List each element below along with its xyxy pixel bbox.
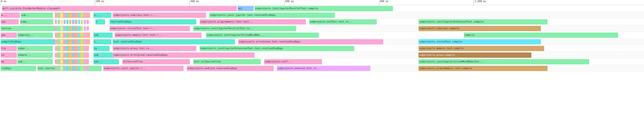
- timeline-block[interactable]: subprojects.junit-jupiter.test.resolvedI…: [209, 13, 335, 18]
- timeline-block[interactable]: subprojects.programmatic-test.compile: [418, 66, 547, 71]
- timeline-block[interactable]: subprojects.junitJupiterInlineMockMakerE…: [418, 59, 589, 64]
- timeline-block[interactable]: subprojects.memory-test.test.r...: [114, 33, 202, 38]
- timeline-block[interactable]: subprojects.programmatic-test.test...: [200, 19, 306, 25]
- timeline-tick: [86, 60, 89, 64]
- timeline-block[interactable]: allSourceFiles: [122, 59, 190, 64]
- timeline-tick: [75, 13, 77, 17]
- timeline-block[interactable]: ivyDeps: [1, 66, 36, 71]
- timeline-tick: [58, 46, 60, 51]
- timeline-tick: [84, 66, 86, 71]
- timeline-block[interactable]: mil: [238, 6, 254, 11]
- timeline-tick: [58, 40, 60, 44]
- timeline-tick: [69, 66, 72, 71]
- timeline-tick: [84, 46, 86, 51]
- timeline-tick: [55, 53, 57, 57]
- timeline-block[interactable]: subpro...: [17, 52, 53, 58]
- timeline-block[interactable]: sub: [94, 33, 113, 38]
- timeline-block[interactable]: tra: [1, 46, 17, 51]
- timeline-block[interactable]: resolvedIvyDeps: [110, 19, 196, 25]
- timeline-block[interactable]: subprojects.junit-jupiter.r...: [103, 66, 184, 71]
- ruler-tick: 400 ms: [190, 0, 199, 5]
- timeline-tick: [58, 26, 60, 31]
- timeline-block[interactable]: sub...: [94, 59, 119, 64]
- timeline-block[interactable]: test.allSourceFiles: [193, 59, 261, 64]
- timeline-block[interactable]: subprojects.extT...: [264, 59, 322, 64]
- ruler-tick: 600 ms: [284, 0, 294, 5]
- timeline-block[interactable]: ups: [1, 19, 19, 25]
- timeline-tick: [81, 40, 83, 44]
- timeline-block[interactable]: subpr...: [17, 46, 53, 51]
- timeline-tick: [75, 46, 77, 51]
- timeline-block[interactable]: subprojects.errorprone.test.resolvedIvyD…: [238, 39, 383, 44]
- timeline-tick: [81, 13, 83, 17]
- timeline-block[interactable]: subprojects.subclass.test.r...: [113, 13, 206, 18]
- timeline-block[interactable]: subprojects.memory-test.compile: [418, 46, 544, 51]
- table-row: masub...sub...allSourceFilestest.allSour…: [0, 58, 644, 65]
- timeline-block[interactable]: subprojects.extTest.test.re...: [309, 19, 377, 25]
- timeline-tick: [69, 46, 72, 51]
- timeline-block[interactable]: s...: [94, 39, 112, 44]
- timeline-block[interactable]: subp...: [20, 19, 53, 25]
- timeline-tick: [60, 33, 63, 37]
- timeline-tick: [66, 66, 69, 71]
- timeline-tick: [69, 20, 72, 24]
- timeline-block[interactable]: co: [1, 52, 17, 58]
- timeline-block[interactable]: subprojects.junitJupiterInlineMockMak...: [206, 33, 319, 38]
- timeline-block[interactable]: gen: [1, 33, 17, 38]
- timeline-tick: [86, 66, 89, 71]
- timeline-block[interactable]: subprojects.errorprone.resolvedIvyDeps: [113, 52, 254, 58]
- timeline-block[interactable]: m...: [1, 13, 20, 18]
- timeline-block[interactable]: subprojects.proxy.compile: [418, 52, 531, 58]
- timeline-block[interactable]: ma: [1, 59, 17, 64]
- timeline-tick: [81, 66, 83, 71]
- timeline-tick: [72, 33, 74, 37]
- timeline-block[interactable]: subprojects.subclass.compile: [418, 26, 541, 31]
- timeline-block[interactable]: sub: [94, 52, 113, 58]
- timeline-block[interactable]: subprojects.junitJupiterParallelTest.te.…: [193, 26, 296, 31]
- timeline-tick: [81, 46, 83, 51]
- timeline-block[interactable]: compileIvyDeps: [1, 39, 56, 44]
- timeline-tick: [84, 53, 86, 57]
- timeline-tick: [64, 53, 66, 57]
- timeline-block[interactable]: subprojects.inlineTest.test.r...: [110, 26, 190, 31]
- timeline-block[interactable]: sub...: [17, 59, 53, 64]
- timeline-tick: [64, 46, 66, 51]
- timeline-tick: [64, 13, 66, 17]
- timeline-tick: [55, 60, 57, 64]
- timeline-block[interactable]: subprojects.junitJupiterExtensionTest.te…: [200, 46, 354, 51]
- timeline-block[interactable]: subprojects.inlineTest.compile: [418, 39, 541, 44]
- timeline-block[interactable]: subprojects.proxy.test.re...: [113, 46, 196, 51]
- timeline-tick: [84, 13, 86, 17]
- timeline-tick: [64, 33, 66, 37]
- timeline-block[interactable]: subprojects.android.test.re...: [277, 66, 370, 71]
- timeline-tick: [58, 13, 60, 17]
- timeline-tick: [72, 26, 74, 31]
- timeline-block[interactable]: compile: [464, 33, 618, 38]
- timeline-tick: [84, 33, 86, 37]
- timeline-block[interactable]: test.resolvedIvyDeps: [113, 39, 235, 44]
- timeline-tick: [55, 26, 57, 31]
- timeline-tick: [86, 26, 89, 31]
- timeline-block[interactable]: s: [95, 19, 105, 25]
- timeline-tick: [84, 60, 86, 64]
- timeline-block[interactable]: sub...: [21, 13, 53, 18]
- timeline-tick: [78, 40, 80, 44]
- timeline-tick: [86, 13, 89, 17]
- timeline-tick: [64, 66, 66, 71]
- timeline-tick: [72, 60, 74, 64]
- timeline-block[interactable]: subprojects.android.resolvedIvyDeps: [187, 66, 274, 71]
- timeline-tick: [84, 20, 86, 24]
- timeline-block[interactable]: subprojects.junitJupiterParallelTest.com…: [254, 6, 393, 11]
- timeline-block[interactable]: subprojects.junitJupiterExtensionTest.co…: [418, 19, 547, 25]
- timeline-tick: [60, 53, 63, 57]
- timeline-block[interactable]: su: [94, 46, 110, 51]
- timeline-block[interactable]: s...: [94, 13, 112, 18]
- timeline-tick: [55, 33, 57, 37]
- table-row: trasubpr...susubprojects.proxy.test.re..…: [0, 45, 644, 52]
- timeline-block[interactable]: mill.scalalib.ZincWorkerModule.classpath: [2, 6, 237, 11]
- timeline-tick: [58, 33, 60, 37]
- timeline-tick: [55, 13, 57, 17]
- timeline-block[interactable]: subproje...: [17, 33, 53, 38]
- timeline-tick: [64, 20, 66, 24]
- table-row: cosubpro...subsubprojects.errorprone.res…: [0, 52, 644, 58]
